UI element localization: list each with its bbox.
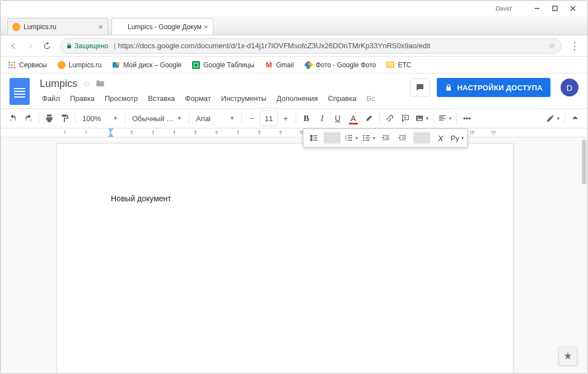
secure-indicator: Защищено — [66, 42, 108, 50]
docs-logo-icon[interactable] — [10, 78, 30, 105]
move-folder-icon[interactable] — [95, 79, 105, 90]
svg-rect-2 — [11, 62, 12, 63]
svg-point-16 — [363, 137, 365, 139]
input-tools-button[interactable]: Ру▼ — [449, 130, 466, 146]
forward-button[interactable] — [22, 38, 39, 54]
outdent-button[interactable] — [377, 130, 394, 146]
docs-header: Lumpics ☆ Файл Правка Просмотр Вставка Ф… — [1, 73, 587, 105]
horizontal-ruler[interactable]: 1212345678910111213141516171819 — [1, 128, 587, 137]
bookmark-item[interactable]: ETC — [386, 61, 411, 70]
bookmark-label: Gmail — [276, 61, 293, 69]
menu-format[interactable]: Формат — [183, 92, 213, 105]
paint-format-button[interactable] — [57, 110, 73, 126]
print-button[interactable] — [41, 110, 57, 126]
address-input[interactable]: Защищено | https://docs.google.com/docum… — [60, 38, 562, 54]
clear-format-button[interactable]: X — [432, 130, 449, 146]
svg-rect-0 — [553, 6, 557, 11]
svg-point-15 — [363, 135, 365, 137]
svg-rect-5 — [11, 64, 12, 65]
bookmark-item[interactable]: Lumpics.ru — [57, 61, 102, 70]
apps-grid-icon — [7, 61, 16, 70]
comments-button[interactable] — [410, 79, 430, 96]
bookmark-star-icon[interactable]: ☆ — [549, 41, 556, 50]
minimize-button[interactable] — [528, 2, 546, 15]
document-page[interactable]: Новый документ — [57, 143, 514, 373]
svg-point-17 — [363, 140, 365, 141]
svg-rect-4 — [8, 64, 10, 65]
menu-addons[interactable]: Дополнения — [274, 92, 320, 105]
font-size-increase[interactable]: + — [278, 110, 293, 126]
tab-close-icon[interactable]: × — [99, 22, 103, 31]
bookmark-label: Мой диск – Google — [123, 61, 181, 69]
font-size-input[interactable]: 11 — [260, 110, 278, 126]
tab-title: Lumpics - Google Докум — [128, 23, 202, 31]
svg-rect-9 — [14, 67, 15, 68]
menu-insert[interactable]: Вставка — [146, 92, 177, 105]
back-button[interactable] — [5, 38, 22, 54]
insert-comment-button[interactable] — [398, 110, 413, 126]
explore-button[interactable] — [558, 347, 577, 366]
share-label: НАСТРОЙКИ ДОСТУПА — [457, 84, 543, 92]
menu-view[interactable]: Просмотр — [102, 92, 140, 105]
sheets-icon — [192, 61, 200, 70]
redo-button[interactable] — [21, 110, 36, 126]
secure-label: Защищено — [74, 42, 108, 50]
menu-truncated: Вс — [364, 92, 377, 105]
underline-button[interactable]: U — [330, 110, 346, 126]
align-button[interactable]: ▼ — [436, 110, 454, 126]
menu-help[interactable]: Справка — [325, 92, 358, 105]
bullet-list-button[interactable]: ▼ — [360, 130, 377, 146]
more-toolbar-button[interactable]: ••• — [459, 110, 475, 126]
close-button[interactable] — [564, 2, 582, 15]
style-select[interactable]: Обычный …▼ — [128, 110, 186, 126]
line-spacing-button[interactable] — [305, 130, 321, 146]
favicon-docs — [116, 23, 124, 31]
document-body-text[interactable]: Новый документ — [111, 194, 459, 203]
apps-shortcut[interactable]: Сервисы — [7, 61, 47, 70]
bookmark-label: Google Таблицы — [203, 61, 254, 69]
maximize-button[interactable] — [546, 2, 564, 15]
bold-button[interactable]: B — [298, 110, 314, 126]
numbered-list-button[interactable]: 123▼ — [343, 130, 360, 146]
bookmark-item[interactable]: Мой диск – Google — [111, 61, 181, 70]
browser-tabs: Lumpics.ru × Lumpics - Google Докум × — [1, 16, 587, 35]
bookmark-label: Сервисы — [19, 61, 47, 69]
toolbar-overflow-popup: 123▼ ▼ X Ру▼ — [303, 128, 468, 147]
svg-rect-1 — [8, 62, 10, 63]
toolbar: 100%▼ Обычный …▼ Arial▼ − 11 + B I U A ▼… — [1, 108, 587, 128]
highlight-button[interactable] — [361, 110, 377, 126]
bookmark-item[interactable]: Google Таблицы — [192, 61, 254, 70]
bookmark-item[interactable]: Фото - Google Фото — [304, 61, 376, 70]
window-titlebar: David — [1, 1, 587, 16]
svg-point-11 — [417, 117, 418, 118]
zoom-select[interactable]: 100%▼ — [78, 110, 123, 126]
menu-file[interactable]: Файл — [40, 92, 62, 105]
tab-close-icon[interactable]: × — [204, 22, 208, 31]
insert-link-button[interactable] — [382, 110, 398, 126]
font-size-decrease[interactable]: − — [244, 110, 260, 126]
account-avatar[interactable]: D — [561, 79, 578, 96]
editing-mode-button[interactable]: ▼ — [544, 110, 562, 126]
star-document-icon[interactable]: ☆ — [83, 79, 91, 89]
hide-menus-button[interactable] — [567, 110, 583, 126]
menu-edit[interactable]: Правка — [68, 92, 97, 105]
vertical-scrollbar-thumb[interactable] — [582, 140, 586, 184]
menu-tools[interactable]: Инструменты — [219, 92, 269, 105]
document-title[interactable]: Lumpics — [40, 78, 77, 90]
undo-button[interactable] — [5, 110, 21, 126]
drive-icon — [111, 61, 120, 70]
italic-button[interactable]: I — [314, 110, 330, 126]
font-select[interactable]: Arial▼ — [192, 110, 239, 126]
share-button[interactable]: НАСТРОЙКИ ДОСТУПА — [437, 78, 550, 97]
browser-tab[interactable]: Lumpics.ru × — [7, 18, 108, 35]
indent-button[interactable] — [394, 130, 411, 146]
reload-button[interactable] — [39, 38, 55, 54]
bookmark-label: Lumpics.ru — [69, 61, 102, 69]
browser-menu-icon[interactable]: ⋮ — [566, 40, 583, 52]
browser-tab-active[interactable]: Lumpics - Google Докум × — [111, 18, 213, 35]
insert-image-button[interactable]: ▼ — [413, 110, 431, 126]
bookmark-item[interactable]: MGmail — [264, 61, 293, 70]
tab-title: Lumpics.ru — [24, 23, 96, 31]
text-color-button[interactable]: A — [346, 110, 361, 126]
lumpics-icon — [57, 61, 66, 70]
